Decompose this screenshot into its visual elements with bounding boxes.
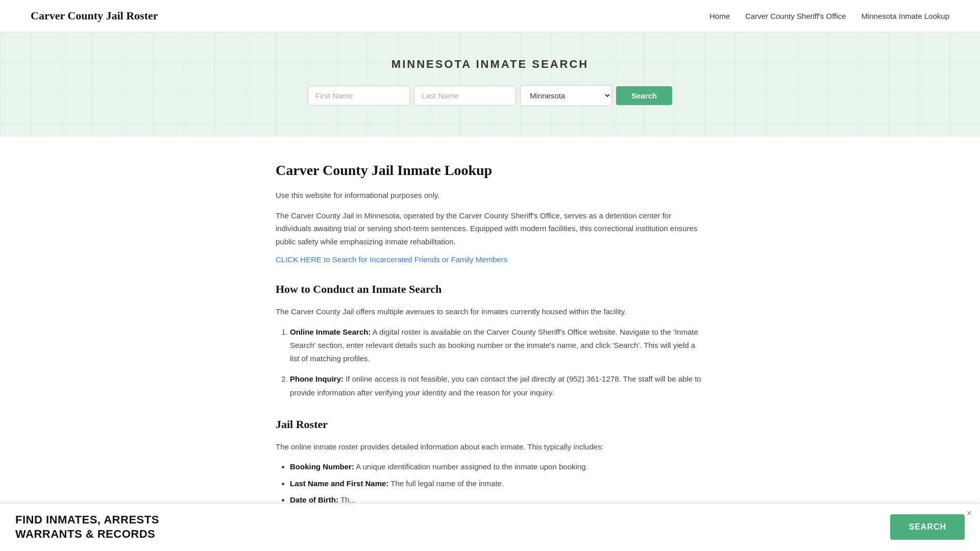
main-content: Carver County Jail Inmate Lookup Use thi…: [260, 137, 720, 551]
list-item: Booking Number: A unique identification …: [290, 460, 704, 473]
list-item: Online Inmate Search: A digital roster i…: [290, 325, 704, 366]
state-select[interactable]: Minnesota Wisconsin Iowa North Dakota So…: [520, 85, 612, 106]
roster-item-text: A unique identification number assigned …: [356, 462, 587, 471]
how-to-intro: The Carver County Jail offers multiple a…: [276, 305, 704, 318]
hero-section: MINNESOTA INMATE SEARCH Minnesota Wiscon…: [0, 32, 980, 137]
banner-close-button[interactable]: ×: [966, 509, 972, 518]
list-item: Phone Inquiry: If online access is not f…: [290, 372, 704, 399]
roster-intro: The online inmate roster provides detail…: [276, 440, 704, 454]
how-to-title: How to Conduct an Inmate Search: [276, 283, 704, 296]
roster-item-text: The full legal name of the inmate.: [390, 479, 504, 488]
list-item: Last Name and First Name: The full legal…: [290, 477, 704, 490]
hero-search-button[interactable]: Search: [616, 86, 672, 105]
banner-line2: WARRANTS & RECORDS: [15, 527, 159, 542]
page-title: Carver County Jail Inmate Lookup: [276, 162, 704, 179]
hero-title: MINNESOTA INMATE SEARCH: [10, 58, 970, 71]
list-item-label: Phone Inquiry:: [290, 374, 344, 383]
banner-text-block: FIND INMATES, ARRESTS WARRANTS & RECORDS: [15, 513, 159, 542]
first-name-input[interactable]: [308, 86, 410, 106]
site-header: Carver County Jail Roster Home Carver Co…: [0, 0, 980, 32]
bottom-banner: FIND INMATES, ARRESTS WARRANTS & RECORDS…: [0, 503, 980, 551]
last-name-input[interactable]: [414, 86, 516, 106]
search-row: Minnesota Wisconsin Iowa North Dakota So…: [10, 85, 970, 106]
banner-search-button[interactable]: SEARCH: [890, 514, 965, 540]
roster-title: Jail Roster: [276, 418, 704, 431]
how-to-list: Online Inmate Search: A digital roster i…: [290, 325, 704, 399]
site-title: Carver County Jail Roster: [31, 9, 158, 22]
nav-sheriffs-office[interactable]: Carver County Sheriff's Office: [745, 12, 846, 20]
click-here-link[interactable]: CLICK HERE to Search for Incarcerated Fr…: [276, 255, 507, 264]
nav-inmate-lookup[interactable]: Minnesota Inmate Lookup: [861, 12, 949, 20]
info-only-text: Use this website for informational purpo…: [276, 189, 704, 202]
roster-item-label: Booking Number:: [290, 462, 354, 471]
description-text: The Carver County Jail in Minnesota, ope…: [276, 209, 704, 248]
banner-line1: FIND INMATES, ARRESTS: [15, 513, 159, 528]
list-item-label: Online Inmate Search:: [290, 328, 371, 336]
list-item-text: If online access is not feasible, you ca…: [290, 374, 701, 396]
nav-home[interactable]: Home: [709, 12, 730, 20]
roster-item-label: Last Name and First Name:: [290, 479, 388, 488]
main-nav: Home Carver County Sheriff's Office Minn…: [709, 12, 949, 20]
